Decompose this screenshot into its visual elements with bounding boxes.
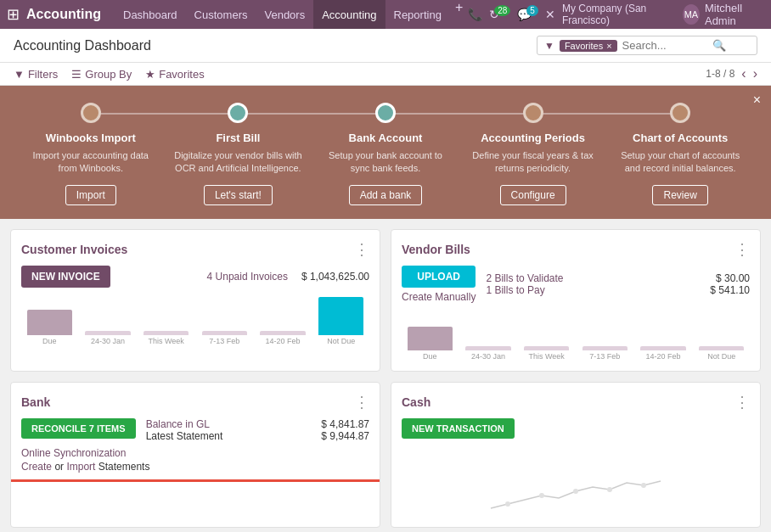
step-desc-4: Define your fiscal years & tax returns p… bbox=[468, 149, 599, 176]
filters-label: Filters bbox=[28, 68, 58, 81]
next-page-button[interactable]: › bbox=[753, 66, 757, 81]
search-tag-close[interactable]: × bbox=[606, 41, 611, 51]
chart-point-3 bbox=[573, 489, 578, 494]
dashboard-grid: Customer Invoices ⋮ NEW INVOICE 4 Unpaid… bbox=[0, 219, 771, 532]
cash-line-chart bbox=[402, 449, 750, 517]
balance-gl-amount: $ 4,841.87 bbox=[321, 418, 369, 430]
onboarding-close-button[interactable]: × bbox=[753, 92, 761, 108]
stat-row-1: 2 Bills to Validate $ 30.00 bbox=[486, 272, 750, 284]
company-name: My Company (San Francisco) bbox=[562, 3, 676, 26]
statements-text: Statements bbox=[98, 461, 150, 473]
step-btn-4[interactable]: Configure bbox=[500, 185, 566, 205]
step-accounting-periods: Accounting Periods Define your fiscal ye… bbox=[459, 103, 607, 205]
bar-group-notdue: Not Due bbox=[312, 297, 369, 345]
user-name: Mitchell Admin bbox=[705, 2, 764, 27]
upload-button[interactable]: UPLOAD bbox=[402, 266, 476, 288]
reconcile-button[interactable]: RECONCILE 7 ITEMS bbox=[21, 418, 136, 439]
refresh-badge: 28 bbox=[494, 5, 510, 16]
step-bank-account: Bank Account Setup your bank account to … bbox=[312, 103, 459, 205]
pay-amount: $ 541.10 bbox=[710, 284, 750, 296]
bar-group-jan: 24-30 Jan bbox=[80, 331, 137, 345]
customer-invoices-menu[interactable]: ⋮ bbox=[354, 240, 369, 259]
vb-label-feb1: 7-13 Feb bbox=[589, 352, 620, 361]
chart-point-4 bbox=[607, 487, 612, 492]
create-link[interactable]: Create bbox=[21, 461, 52, 473]
groupby-button[interactable]: ☰ Group By bbox=[71, 68, 132, 81]
pay-label[interactable]: 1 Bills to Pay bbox=[486, 284, 544, 296]
validate-label[interactable]: 2 Bills to Validate bbox=[486, 272, 563, 284]
cash-menu[interactable]: ⋮ bbox=[734, 393, 750, 412]
nav-customers[interactable]: Customers bbox=[186, 0, 256, 29]
user-avatar: MA bbox=[683, 4, 700, 25]
balance-gl-label: Balance in GL bbox=[146, 418, 210, 430]
vb-bar-feb1-bar bbox=[582, 346, 627, 350]
nav-right: 📞 ↻ 28 💬 5 ✕ My Company (San Francisco) … bbox=[468, 2, 764, 27]
pagination: 1-8 / 8 ‹ › bbox=[706, 66, 757, 81]
nav-accounting[interactable]: Accounting bbox=[313, 0, 385, 29]
unpaid-invoices-label[interactable]: 4 Unpaid Invoices bbox=[207, 271, 288, 283]
user-menu[interactable]: MA Mitchell Admin bbox=[683, 2, 764, 27]
vb-bar-due-bar bbox=[408, 327, 453, 350]
import-link[interactable]: Import bbox=[66, 461, 95, 473]
search-icon[interactable]: 🔍 bbox=[712, 39, 726, 52]
step-btn-1[interactable]: Import bbox=[65, 185, 116, 205]
close-x-icon[interactable]: ✕ bbox=[545, 8, 555, 21]
balance-statement-row: Latest Statement $ 9,944.87 bbox=[146, 430, 369, 442]
bar-due bbox=[27, 310, 72, 335]
vb-bar-notdue-bar bbox=[699, 346, 744, 350]
bar-notdue bbox=[318, 297, 363, 335]
bar-feb2 bbox=[260, 331, 305, 335]
new-transaction-button[interactable]: NEW TRANSACTION bbox=[402, 418, 515, 439]
top-nav: ⊞ Accounting Dashboard Customers Vendors… bbox=[0, 0, 771, 29]
cash-chart bbox=[402, 449, 750, 517]
bank-sub-links: Online Synchronization Create or Import … bbox=[21, 447, 369, 473]
apps-icon[interactable]: ⊞ bbox=[7, 5, 20, 24]
cash-title: Cash bbox=[402, 395, 431, 409]
phone-icon[interactable]: 📞 bbox=[468, 8, 482, 21]
step-dot-3 bbox=[375, 103, 396, 123]
vendor-bills-card: Vendor Bills ⋮ UPLOAD Create Manually 2 … bbox=[391, 229, 761, 372]
nav-reporting[interactable]: Reporting bbox=[386, 0, 450, 29]
search-tag-label: Favorites bbox=[565, 41, 603, 51]
stat-row-2: 1 Bills to Pay $ 541.10 bbox=[486, 284, 750, 296]
vb-bar-notdue: Not Due bbox=[693, 346, 750, 361]
filters-button[interactable]: ▼ Filters bbox=[14, 68, 58, 81]
nav-vendors[interactable]: Vendors bbox=[256, 0, 313, 29]
bank-balances: Balance in GL $ 4,841.87 Latest Statemen… bbox=[146, 418, 369, 442]
vendor-bills-buttons: UPLOAD Create Manually bbox=[402, 266, 476, 303]
online-sync-link[interactable]: Online Synchronization bbox=[21, 447, 369, 459]
bank-progress-line bbox=[11, 479, 380, 482]
search-tag: Favorites × bbox=[560, 40, 617, 52]
vendor-bills-menu[interactable]: ⋮ bbox=[734, 240, 750, 259]
search-input[interactable] bbox=[622, 39, 707, 52]
chat-container: 💬 5 bbox=[517, 8, 538, 21]
step-chart-accounts: Chart of Accounts Setup your chart of ac… bbox=[606, 103, 754, 205]
prev-page-button[interactable]: ‹ bbox=[741, 66, 746, 81]
bar-week bbox=[144, 331, 189, 335]
customer-invoices-actions: NEW INVOICE 4 Unpaid Invoices $ 1,043,62… bbox=[21, 266, 369, 288]
filter-icon: ▼ bbox=[14, 68, 25, 81]
step-btn-2[interactable]: Let's start! bbox=[204, 185, 273, 205]
step-btn-5[interactable]: Review bbox=[652, 185, 707, 205]
create-manually-link[interactable]: Create Manually bbox=[402, 291, 476, 303]
vendor-bills-header: Vendor Bills ⋮ bbox=[402, 240, 750, 259]
favorites-button[interactable]: ★ Favorites bbox=[145, 68, 204, 81]
nav-plus-icon[interactable]: + bbox=[450, 0, 468, 29]
step-title-4: Accounting Periods bbox=[468, 132, 599, 144]
cash-card: Cash ⋮ NEW TRANSACTION bbox=[391, 382, 761, 528]
new-invoice-button[interactable]: NEW INVOICE bbox=[21, 266, 110, 288]
filter-tag-icon: ▼ bbox=[544, 40, 554, 52]
onboarding-steps: Winbooks Import Import your accounting d… bbox=[0, 103, 771, 205]
step-title-2: First Bill bbox=[173, 132, 304, 144]
sub-header: Accounting Dashboard ▼ Favorites × 🔍 bbox=[0, 29, 771, 63]
vb-bar-jan: 24-30 Jan bbox=[460, 346, 517, 361]
step-btn-3[interactable]: Add a bank bbox=[349, 185, 423, 205]
bar-feb1 bbox=[202, 331, 247, 335]
bar-group-feb1: 7-13 Feb bbox=[196, 331, 253, 345]
cash-actions: NEW TRANSACTION bbox=[402, 418, 750, 445]
bank-menu[interactable]: ⋮ bbox=[354, 393, 369, 412]
chart-point-5 bbox=[641, 483, 646, 488]
chart-point-1 bbox=[505, 501, 510, 507]
vendor-bills-title: Vendor Bills bbox=[402, 243, 470, 256]
nav-dashboard[interactable]: Dashboard bbox=[115, 0, 186, 29]
